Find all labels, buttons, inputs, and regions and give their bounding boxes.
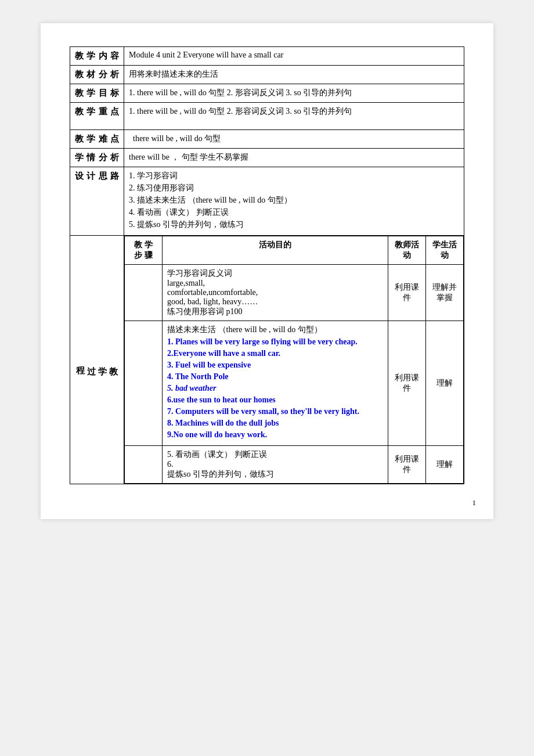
activity-item-6: 6.use the sun to heat our homes (167, 395, 383, 405)
activity-item-7: 7. Computers will be very small, so they… (167, 407, 383, 416)
row-textbook-analysis: 教材分析 用将来时描述未来的生活 (70, 66, 464, 84)
row-student-analysis: 学情分析 there will be ， 句型 学生不易掌握 (70, 149, 464, 167)
content-textbook-analysis: 用将来时描述未来的生活 (124, 66, 464, 84)
activity-adj-line2: large,small, (167, 279, 383, 288)
label-teaching-content: 教学内容 (70, 47, 124, 66)
activity-item-4: 4. The North Pole (167, 372, 383, 381)
row-difficult-points: 教学难点 there will be , will do 句型 (70, 130, 464, 149)
main-table: 教学内容 Module 4 unit 2 Everyone will have … (70, 46, 464, 484)
content-difficult-points: there will be , will do 句型 (124, 130, 464, 149)
design-item-3: 3. 描述未来生活 （there will be , will do 句型） (129, 195, 459, 206)
row-teaching-process: 教学过程 教 学 步 骤 活动目的 教师活动 学生活动 (70, 236, 464, 484)
activity-anim-line1: 5. 看动画（课文） 判断正误 (167, 449, 383, 460)
process-teacher-3: 利用课件 (388, 446, 426, 484)
process-activity-1: 学习形容词反义词 large,small, comfortable,uncomf… (163, 265, 388, 321)
process-steps-1 (125, 265, 163, 321)
activity-future-intro: 描述未来生活 （there will be , will do 句型） (167, 325, 383, 335)
activity-anim-line3: 提炼so 引导的并列句，做练习 (167, 469, 383, 480)
design-item-4: 4. 看动画（课文） 判断正误 (129, 207, 459, 218)
process-student-1: 理解并掌握 (426, 265, 464, 321)
content-teaching-content: Module 4 unit 2 Everyone will have a sma… (124, 47, 464, 66)
row-teaching-goals: 教学目标 1. there will be , will do 句型 2. 形容… (70, 84, 464, 103)
label-key-points: 教学重点 (70, 103, 124, 130)
process-row-animation: 5. 看动画（课文） 判断正误 6. 提炼so 引导的并列句，做练习 利用课件 … (125, 446, 464, 484)
process-row-future: 描述未来生活 （there will be , will do 句型） 1. P… (125, 321, 464, 446)
label-teaching-goals: 教学目标 (70, 84, 124, 103)
content-student-analysis: there will be ， 句型 学生不易掌握 (124, 149, 464, 167)
activity-adj-line5: 练习使用形容词 p100 (167, 307, 383, 317)
activity-adj-line1: 学习形容词反义词 (167, 268, 383, 279)
label-student-analysis: 学情分析 (70, 149, 124, 167)
label-textbook-analysis: 教材分析 (70, 66, 124, 84)
design-item-2: 2. 练习使用形容词 (129, 183, 459, 193)
process-header-row: 教 学 步 骤 活动目的 教师活动 学生活动 (125, 236, 464, 265)
activity-anim-line2: 6. (167, 460, 383, 469)
label-difficult-points: 教学难点 (70, 130, 124, 149)
design-item-1: 1. 学习形容词 (129, 171, 459, 181)
activity-item-1: 1. Planes will be very large so flying w… (167, 337, 383, 347)
process-student-2: 理解 (426, 321, 464, 446)
process-activity-2: 描述未来生活 （there will be , will do 句型） 1. P… (163, 321, 388, 446)
process-steps-2 (125, 321, 163, 446)
activity-item-9: 9.No one will do heavy work. (167, 430, 383, 440)
label-teaching-process: 教学过程 (70, 236, 124, 484)
activity-item-5: 5. bad weather (167, 384, 383, 393)
row-teaching-content: 教学内容 Module 4 unit 2 Everyone will have … (70, 47, 464, 66)
page-number: 1 (472, 498, 477, 507)
header-steps: 教 学 步 骤 (125, 236, 163, 265)
header-teacher: 教师活动 (388, 236, 426, 265)
process-inner-table: 教 学 步 骤 活动目的 教师活动 学生活动 学习形容词反义词 large,sm… (124, 236, 464, 484)
activity-adj-line3: comfortable,uncomfortable, (167, 288, 383, 297)
activity-item-8: 8. Machines will do the dull jobs (167, 419, 383, 428)
process-row-adjectives: 学习形容词反义词 large,small, comfortable,uncomf… (125, 265, 464, 321)
process-teacher-2: 利用课件 (388, 321, 426, 446)
process-activity-3: 5. 看动画（课文） 判断正误 6. 提炼so 引导的并列句，做练习 (163, 446, 388, 484)
design-item-5: 5. 提炼so 引导的并列句，做练习 (129, 219, 459, 230)
content-teaching-goals: 1. there will be , will do 句型 2. 形容词反义词 … (124, 84, 464, 103)
content-key-points: 1. there will be , will do 句型 2. 形容词反义词 … (124, 103, 464, 130)
activity-adj-line4: good, bad, light, heavy…… (167, 297, 383, 307)
activity-item-2: 2.Everyone will have a small car. (167, 349, 383, 358)
process-content: 教 学 步 骤 活动目的 教师活动 学生活动 学习形容词反义词 large,sm… (124, 236, 464, 484)
header-student: 学生活动 (426, 236, 464, 265)
row-key-points: 教学重点 1. there will be , will do 句型 2. 形容… (70, 103, 464, 130)
process-student-3: 理解 (426, 446, 464, 484)
header-activity: 活动目的 (163, 236, 388, 265)
page: 教学内容 Module 4 unit 2 Everyone will have … (41, 23, 493, 519)
process-teacher-1: 利用课件 (388, 265, 426, 321)
label-design-ideas: 设计思路 (70, 167, 124, 236)
process-steps-3 (125, 446, 163, 484)
activity-item-3: 3. Fuel will be expensive (167, 361, 383, 370)
row-design-ideas: 设计思路 1. 学习形容词 2. 练习使用形容词 3. 描述未来生活 （ther… (70, 167, 464, 236)
content-design-ideas: 1. 学习形容词 2. 练习使用形容词 3. 描述未来生活 （there wil… (124, 167, 464, 236)
